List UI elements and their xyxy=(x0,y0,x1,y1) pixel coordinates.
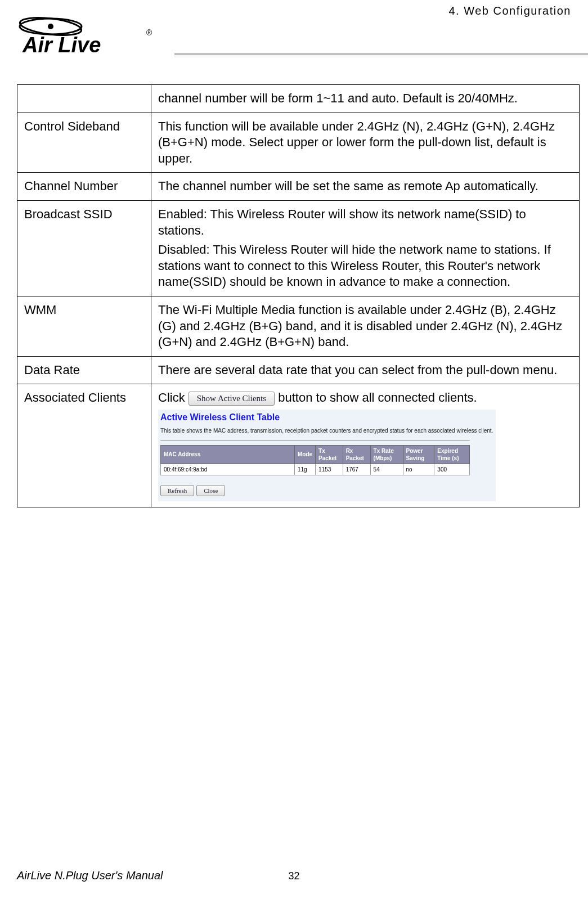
row-label: Channel Number xyxy=(17,173,151,201)
clients-header-cell: Tx Packet xyxy=(316,445,343,464)
config-table: channel number will be form 1~11 and aut… xyxy=(17,84,580,507)
clients-data-cell: 1767 xyxy=(343,464,370,475)
clients-header-cell: Mode xyxy=(295,445,316,464)
clients-header-cell: Tx Rate (Mbps) xyxy=(370,445,403,464)
clients-data-cell: 300 xyxy=(434,464,470,475)
table-row: Channel NumberThe channel number will be… xyxy=(17,173,580,201)
clients-data-cell: no xyxy=(403,464,434,475)
footer-manual-title: AirLive N.Plug User's Manual xyxy=(17,869,163,882)
row-label xyxy=(17,85,151,113)
row-description: This function will be available under 2.… xyxy=(151,113,580,173)
airlive-logo-icon: Air Live ® xyxy=(17,14,158,59)
panel-buttons: RefreshClose xyxy=(160,481,493,497)
row-label: Control Sideband xyxy=(17,113,151,173)
description-paragraph: channel number will be form 1~11 and aut… xyxy=(158,91,572,107)
description-paragraph: The Wi-Fi Multiple Media function is ava… xyxy=(158,302,572,350)
breadcrumb: 4. Web Configuration xyxy=(448,5,571,17)
row-label: Associated Clients xyxy=(17,384,151,507)
svg-text:®: ® xyxy=(146,28,152,37)
close-button[interactable]: Close xyxy=(196,485,225,496)
clients-header-cell: Rx Packet xyxy=(343,445,370,464)
brand-logo: Air Live ® xyxy=(17,14,163,59)
table-row: WMMThe Wi-Fi Multiple Media function is … xyxy=(17,296,580,356)
svg-text:Air Live: Air Live xyxy=(22,33,101,57)
clients-data-cell: 54 xyxy=(370,464,403,475)
active-client-title: Active Wireless Client Table xyxy=(160,412,493,424)
table-row: Control SidebandThis function will be av… xyxy=(17,113,580,173)
row-description: channel number will be form 1~11 and aut… xyxy=(151,85,580,113)
refresh-button[interactable]: Refresh xyxy=(160,485,194,496)
table-row: Associated ClientsClick Show Active Clie… xyxy=(17,384,580,507)
click-prefix-text: Click xyxy=(158,390,188,404)
table-row: channel number will be form 1~11 and aut… xyxy=(17,85,580,113)
row-description: Click Show Active Clients button to show… xyxy=(151,384,580,507)
footer-page-number: 32 xyxy=(288,870,299,882)
row-label: Broadcast SSID xyxy=(17,200,151,296)
clients-table: MAC AddressModeTx PacketRx PacketTx Rate… xyxy=(160,445,470,475)
clients-data-cell: 11g xyxy=(295,464,316,475)
click-suffix-text: button to show all connected clients. xyxy=(275,390,477,404)
show-active-clients-button[interactable]: Show Active Clients xyxy=(188,392,275,406)
row-label: WMM xyxy=(17,296,151,356)
clients-header-cell: Power Saving xyxy=(403,445,434,464)
content-area: channel number will be form 1~11 and aut… xyxy=(17,84,580,507)
row-label: Data Rate xyxy=(17,356,151,384)
row-description: Enabled: This Wireless Router will show … xyxy=(151,200,580,296)
table-row: Broadcast SSIDEnabled: This Wireless Rou… xyxy=(17,200,580,296)
description-paragraph: There are several data rate that you can… xyxy=(158,362,572,379)
description-paragraph: The channel number will be set the same … xyxy=(158,178,572,195)
description-paragraph: This function will be available under 2.… xyxy=(158,119,572,167)
clients-data-cell: 1153 xyxy=(316,464,343,475)
table-row: Data RateThere are several data rate tha… xyxy=(17,356,580,384)
svg-point-2 xyxy=(48,24,53,29)
active-client-desc: This table shows the MAC address, transm… xyxy=(160,427,493,434)
clients-header-cell: Expired Time (s) xyxy=(434,445,470,464)
row-description: The channel number will be set the same … xyxy=(151,173,580,201)
description-paragraph: Enabled: This Wireless Router will show … xyxy=(158,206,572,239)
description-paragraph: Disabled: This Wireless Router will hide… xyxy=(158,242,572,290)
header-divider-sub xyxy=(174,56,588,56)
clients-data-cell: 00:4f:69:c4:9a:bd xyxy=(161,464,295,475)
header-divider xyxy=(174,53,588,55)
clients-header-cell: MAC Address xyxy=(161,445,295,464)
panel-divider xyxy=(160,440,470,440)
active-client-panel: Active Wireless Client TableThis table s… xyxy=(158,410,496,501)
row-description: The Wi-Fi Multiple Media function is ava… xyxy=(151,296,580,356)
row-description: There are several data rate that you can… xyxy=(151,356,580,384)
